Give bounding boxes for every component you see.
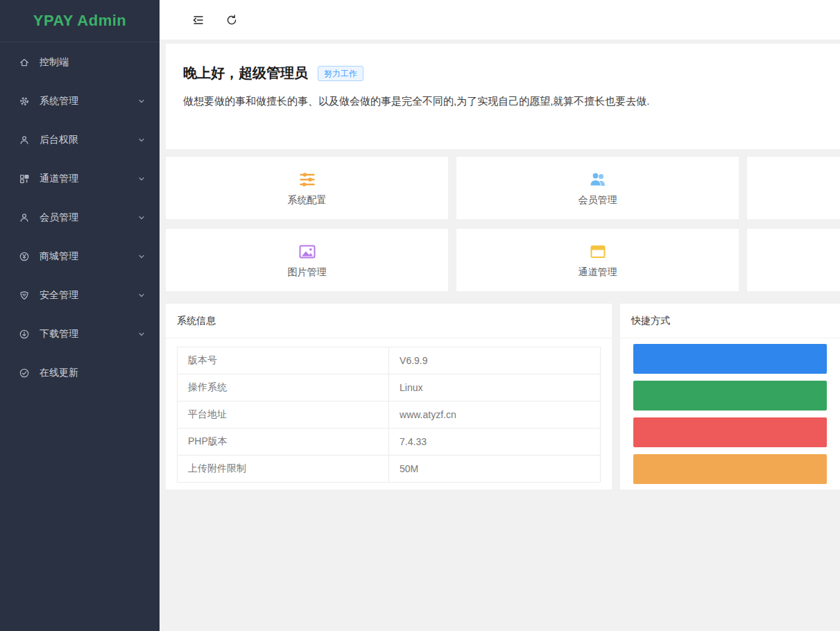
sidebar-item-control-panel[interactable]: 控制端	[0, 43, 160, 82]
chevron-down-icon	[137, 330, 146, 338]
sidebar-item-label: 控制端	[40, 56, 69, 69]
sidebar-item-label: 系统管理	[40, 95, 78, 107]
yuan-circle-icon	[19, 251, 30, 262]
quick-card-label: 系统配置	[288, 194, 327, 207]
info-label: PHP版本	[178, 429, 389, 456]
sidebar-nav: 控制端 系统管理 后台权限	[0, 42, 160, 392]
chevron-down-icon	[137, 252, 146, 261]
app-logo: YPAY Admin	[0, 0, 160, 42]
info-label: 上传附件限制	[178, 456, 389, 483]
sidebar-item-member-mgmt[interactable]: 会员管理	[0, 198, 160, 237]
quick-card-member-mgmt[interactable]: 会员管理	[456, 157, 739, 219]
info-label: 平台地址	[178, 401, 389, 429]
sidebar-item-online-update[interactable]: 在线更新	[0, 354, 160, 392]
shield-icon	[19, 290, 30, 301]
sliders-icon	[298, 170, 317, 189]
status-badge: 努力工作	[318, 66, 363, 81]
check-circle-icon	[19, 368, 30, 379]
quick-cards-grid: 系统配置 会员管理 图片管理	[166, 157, 840, 291]
quick-card-channel-mgmt[interactable]: 通道管理	[456, 229, 739, 291]
sidebar: YPAY Admin 控制端 系统管理	[0, 0, 160, 631]
sidebar-item-channel-mgmt[interactable]: 通道管理	[0, 159, 160, 198]
chevron-down-icon	[137, 291, 146, 300]
info-value: Linux	[389, 374, 601, 401]
shortcuts-title: 快捷方式	[620, 304, 840, 338]
greeting-title: 晚上好，超级管理员	[183, 64, 308, 83]
table-row: PHP版本 7.4.33	[178, 429, 601, 456]
sidebar-item-label: 下载管理	[40, 328, 78, 340]
table-row: 版本号 V6.9.9	[178, 347, 601, 374]
components-icon	[19, 173, 30, 184]
chevron-down-icon	[137, 175, 146, 183]
member-user-icon	[19, 212, 30, 223]
sidebar-item-system-mgmt[interactable]: 系统管理	[0, 82, 160, 121]
sidebar-item-label: 后台权限	[40, 134, 78, 146]
sidebar-item-download-mgmt[interactable]: 下载管理	[0, 315, 160, 354]
sidebar-item-mall-mgmt[interactable]: 商城管理	[0, 237, 160, 276]
info-value: 7.4.33	[389, 429, 601, 456]
users-icon	[588, 170, 608, 189]
system-info-panel: 系统信息 版本号 V6.9.9 操作系统 Linux	[166, 304, 612, 490]
main-area: 晚上好，超级管理员 努力工作 做想要做的事和做擅长的事、以及做会做的事是完全不同…	[160, 0, 840, 631]
bottom-row: 系统信息 版本号 V6.9.9 操作系统 Linux	[166, 304, 840, 490]
quick-card-system-config[interactable]: 系统配置	[166, 157, 448, 219]
info-label: 版本号	[178, 347, 389, 374]
shortcut-button-red[interactable]	[633, 417, 827, 447]
quick-card-placeholder[interactable]	[747, 157, 840, 219]
sidebar-item-security-mgmt[interactable]: 安全管理	[0, 276, 160, 315]
home-icon	[19, 57, 30, 68]
refresh-icon[interactable]	[225, 13, 239, 27]
image-icon	[298, 242, 317, 261]
quick-card-label: 会员管理	[578, 194, 617, 207]
download-circle-icon	[19, 329, 30, 340]
info-label: 操作系统	[178, 374, 389, 401]
table-row: 平台地址 www.atyzf.cn	[178, 401, 601, 429]
chevron-down-icon	[137, 214, 146, 222]
sidebar-item-label: 安全管理	[40, 289, 78, 302]
quick-card-placeholder[interactable]	[747, 229, 840, 291]
system-info-table: 版本号 V6.9.9 操作系统 Linux 平台地址 www.atyzf.cn	[177, 347, 601, 483]
quick-card-label: 通道管理	[578, 266, 617, 279]
chevron-down-icon	[137, 136, 146, 144]
shortcut-button-green[interactable]	[633, 381, 827, 410]
sidebar-item-label: 会员管理	[40, 211, 78, 224]
sidebar-item-label: 通道管理	[40, 173, 78, 185]
system-info-title: 系统信息	[166, 304, 612, 338]
window-icon	[588, 242, 608, 261]
info-value: www.atyzf.cn	[389, 401, 601, 429]
shortcuts-panel: 快捷方式	[620, 304, 840, 490]
collapse-menu-icon[interactable]	[191, 13, 205, 27]
info-value: V6.9.9	[389, 347, 601, 374]
app-window: YPAY Admin 控制端 系统管理	[0, 0, 840, 631]
greeting-subtitle: 做想要做的事和做擅长的事、以及做会做的事是完全不同的,为了实现自己的愿望,就算不…	[183, 95, 840, 108]
sidebar-item-admin-perms[interactable]: 后台权限	[0, 121, 160, 159]
greeting-panel: 晚上好，超级管理员 努力工作 做想要做的事和做擅长的事、以及做会做的事是完全不同…	[166, 44, 840, 149]
topbar	[160, 0, 840, 40]
chevron-down-icon	[137, 97, 146, 105]
content: 晚上好，超级管理员 努力工作 做想要做的事和做擅长的事、以及做会做的事是完全不同…	[160, 40, 840, 631]
admin-user-icon	[19, 135, 30, 146]
quick-card-label: 图片管理	[288, 266, 327, 279]
info-value: 50M	[389, 456, 601, 483]
shortcut-button-orange[interactable]	[633, 454, 827, 484]
table-row: 操作系统 Linux	[178, 374, 601, 401]
table-row: 上传附件限制 50M	[178, 456, 601, 483]
sidebar-item-label: 在线更新	[40, 367, 78, 379]
quick-card-image-mgmt[interactable]: 图片管理	[166, 229, 448, 291]
gear-icon	[19, 96, 30, 107]
sidebar-item-label: 商城管理	[40, 250, 78, 263]
shortcut-button-blue[interactable]	[633, 344, 827, 374]
